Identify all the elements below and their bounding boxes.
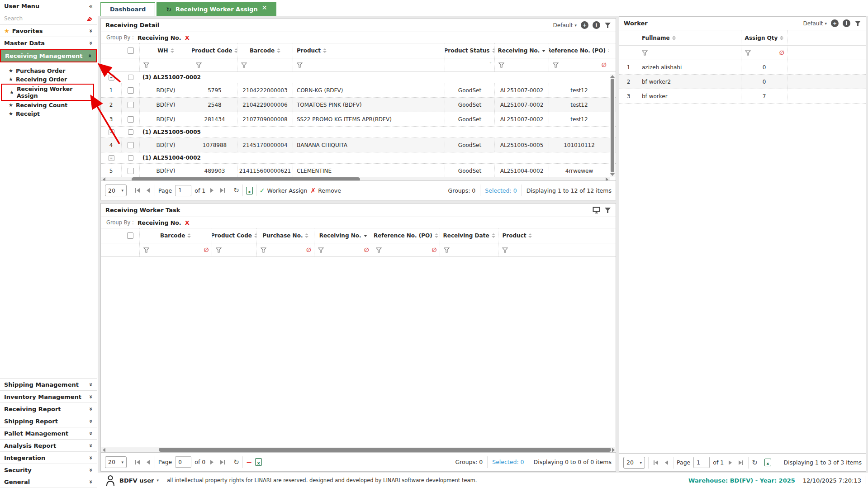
page-input[interactable] xyxy=(693,457,710,468)
filter-funnel-icon[interactable] xyxy=(642,50,648,56)
sidebar-item-receiving-management[interactable]: Receiving Management « xyxy=(0,49,97,62)
worker-row[interactable]: 2 bf worker2 0 xyxy=(619,75,866,89)
filter-funnel-icon[interactable] xyxy=(297,62,303,68)
sidebar-item-receiving-worker-assign[interactable]: ★ Receiving Worker Assign xyxy=(1,84,94,101)
clear-filter-icon[interactable]: ∅ xyxy=(779,49,784,56)
scroll-left-icon[interactable] xyxy=(103,448,105,452)
filter-funnel-icon[interactable] xyxy=(745,50,751,56)
prev-page-button[interactable] xyxy=(145,460,152,464)
row-checkbox[interactable] xyxy=(128,168,134,174)
sidebar-item-integeration[interactable]: Integeration » xyxy=(0,451,97,464)
first-page-button[interactable] xyxy=(133,460,142,464)
select-all-checkbox[interactable] xyxy=(127,232,133,239)
filter-funnel-icon[interactable] xyxy=(196,62,202,68)
column-header-fullname[interactable]: Fullname xyxy=(638,30,741,45)
table-row[interactable]: 4 BD(FV) 1078988 2145170000004 BANANA CH… xyxy=(101,138,616,152)
sidebar-item-general[interactable]: General » xyxy=(0,476,97,488)
sidebar-item-analysis-report[interactable]: Analysis Report » xyxy=(0,439,97,451)
page-size-select[interactable]: 20▾ xyxy=(623,457,645,469)
group-checkbox[interactable] xyxy=(128,155,133,161)
filter-funnel-icon[interactable] xyxy=(376,247,382,253)
last-page-button[interactable] xyxy=(218,188,227,193)
refresh-icon[interactable]: ↻ xyxy=(752,459,758,467)
clear-filter-icon[interactable]: ∅ xyxy=(432,246,437,253)
filter-funnel-icon[interactable] xyxy=(498,62,504,68)
filter-icon[interactable] xyxy=(604,207,611,213)
refresh-icon[interactable]: ↻ xyxy=(233,186,239,194)
prev-page-button[interactable] xyxy=(663,460,670,465)
collapse-group-icon[interactable]: – xyxy=(109,75,114,81)
sidebar-item-shipping-management[interactable]: Shipping Management » xyxy=(0,378,97,390)
sidebar-item-purchase-order[interactable]: ★ Purchase Order xyxy=(0,66,97,75)
sidebar-item-receiving-count[interactable]: ★ Receiving Count xyxy=(0,101,97,109)
column-header-wh[interactable]: WH xyxy=(140,43,192,58)
sidebar-collapse-icon[interactable]: « xyxy=(89,3,93,9)
excel-export-icon[interactable]: x xyxy=(246,187,253,194)
column-header-receiving-no[interactable]: Receiving No. xyxy=(495,43,549,58)
remove-button[interactable]: ✗ Remove xyxy=(310,187,341,194)
refresh-icon[interactable]: ↻ xyxy=(166,6,171,13)
clear-filter-icon[interactable]: ∅ xyxy=(204,246,209,253)
filter-funnel-icon[interactable] xyxy=(143,247,149,253)
first-page-button[interactable] xyxy=(133,188,142,193)
table-row[interactable]: 1 BD(FV) 5795 2104222000003 CORN-KG (BDF… xyxy=(101,83,616,98)
remove-group-icon[interactable]: X xyxy=(185,34,190,41)
group-checkbox[interactable] xyxy=(128,75,133,80)
table-row[interactable]: 2 BD(FV) 2548 2104229000006 TOMATOES PIN… xyxy=(101,98,616,112)
scroll-up-icon[interactable] xyxy=(610,75,615,78)
status-filter-select-icon[interactable]: ˇ xyxy=(489,62,492,67)
info-icon[interactable]: i xyxy=(593,21,600,29)
table-row[interactable]: 3 BD(FV) 281434 2107709000008 SS22 PROMO… xyxy=(101,112,616,127)
excel-export-icon[interactable]: x xyxy=(255,458,262,466)
view-select[interactable]: Default▾ xyxy=(803,20,827,27)
prev-page-button[interactable] xyxy=(145,188,152,193)
row-checkbox[interactable] xyxy=(128,116,134,123)
group-row[interactable]: – (3) AL251007-0002 xyxy=(101,72,616,83)
filter-funnel-icon[interactable] xyxy=(241,62,247,68)
sidebar-item-receipt[interactable]: ★ Receipt xyxy=(0,109,97,118)
first-page-button[interactable] xyxy=(652,460,660,465)
next-page-button[interactable] xyxy=(209,460,215,464)
filter-icon[interactable] xyxy=(854,20,861,27)
filter-icon[interactable] xyxy=(604,22,611,28)
clear-search-icon[interactable] xyxy=(85,15,93,22)
page-size-select[interactable]: 20▾ xyxy=(105,185,127,196)
last-page-button[interactable] xyxy=(737,460,745,465)
column-header-assign-qty[interactable]: Assign Qty xyxy=(741,30,787,45)
column-header-receiving-date[interactable]: Receiving Date xyxy=(440,228,499,243)
sidebar-item-receiving-report[interactable]: Receiving Report » xyxy=(0,403,97,415)
table-row[interactable]: 5 BD(FV) 489903 214115600000621 CLEMENTI… xyxy=(101,164,616,177)
filter-funnel-icon[interactable] xyxy=(261,247,266,253)
sidebar-item-shipping-report[interactable]: Shipping Report » xyxy=(0,415,97,427)
scroll-right-icon[interactable] xyxy=(612,448,615,452)
filter-funnel-icon[interactable] xyxy=(143,62,149,68)
clear-filter-icon[interactable]: ∅ xyxy=(602,62,607,68)
column-header-product[interactable]: Product xyxy=(293,43,445,58)
tab-dashboard[interactable]: Dashboard xyxy=(100,2,155,16)
monitor-icon[interactable] xyxy=(593,207,600,213)
select-all-checkbox[interactable] xyxy=(128,47,134,54)
row-checkbox[interactable] xyxy=(128,87,134,94)
column-header-reference-no[interactable]: Reference No. (PO) xyxy=(549,43,609,58)
next-page-button[interactable] xyxy=(209,188,215,193)
collapse-group-icon[interactable]: – xyxy=(109,129,114,135)
column-header-product[interactable]: Product xyxy=(498,228,616,243)
filter-funnel-icon[interactable] xyxy=(444,247,450,253)
tab-receiving-worker-assign[interactable]: ↻ Receiving Worker Assign ✕ xyxy=(157,2,276,16)
add-icon[interactable]: + xyxy=(581,21,588,29)
sidebar-item-master-data[interactable]: Master Data » xyxy=(0,37,97,49)
group-row[interactable]: – (1) AL251005-0005 xyxy=(101,127,616,138)
horizontal-scrollbar[interactable] xyxy=(101,447,616,452)
filter-funnel-icon[interactable] xyxy=(553,62,559,68)
sidebar-item-pallet-management[interactable]: Pallet Management » xyxy=(0,427,97,439)
remove-icon[interactable]: − xyxy=(246,458,252,466)
column-header-reference-no[interactable]: Reference No. (PO) xyxy=(372,228,440,243)
worker-row[interactable]: 1 azizeh alishahi 0 xyxy=(619,60,866,75)
row-checkbox[interactable] xyxy=(128,142,134,148)
filter-funnel-icon[interactable] xyxy=(216,247,222,253)
excel-export-icon[interactable]: x xyxy=(764,459,771,466)
column-header-product-status[interactable]: Product Status xyxy=(445,43,495,58)
add-icon[interactable]: + xyxy=(831,19,839,27)
sidebar-item-inventory-management[interactable]: Inventory Management » xyxy=(0,390,97,403)
filter-funnel-icon[interactable] xyxy=(318,247,324,253)
